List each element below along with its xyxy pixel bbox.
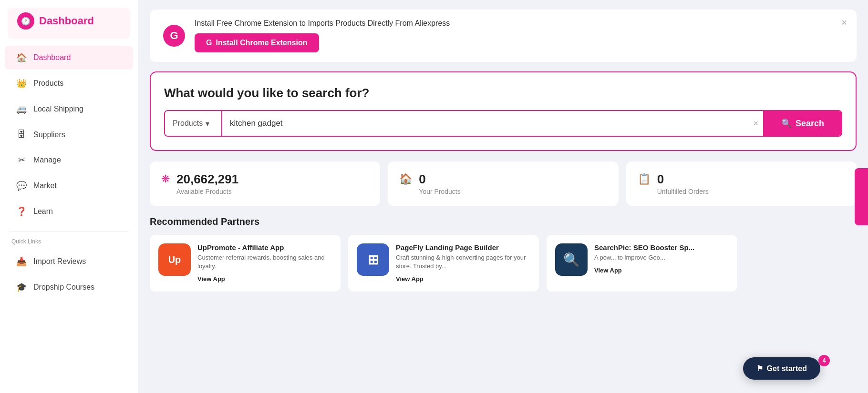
sidebar-item-dashboard[interactable]: 🏠 Dashboard: [5, 46, 133, 70]
learn-icon: ❓: [16, 206, 27, 217]
banner-content: Install Free Chrome Extension to Imports…: [195, 19, 843, 52]
search-button-label: Search: [796, 119, 824, 129]
stat-info: 20,662,291 Available Products: [176, 172, 238, 195]
chrome-extension-banner: G Install Free Chrome Extension to Impor…: [150, 10, 857, 62]
unfulfilled-orders-label: Unfulfilled Orders: [657, 188, 709, 195]
search-button[interactable]: 🔍 Search: [763, 110, 842, 137]
sidebar-divider: [10, 231, 128, 232]
quick-links-label: Quick Links: [0, 238, 138, 249]
stat-info: 0 Unfulfilled Orders: [657, 172, 709, 195]
sidebar-item-label: Learn: [33, 207, 53, 216]
home-stat-icon: 🏠: [399, 173, 412, 185]
sidebar-item-learn[interactable]: ❓ Learn: [5, 200, 133, 223]
partner-view-app-link[interactable]: View App: [594, 267, 622, 274]
sidebar-item-local-shipping[interactable]: 🚐 Local Shipping: [5, 97, 133, 121]
sidebar-item-label: Manage: [33, 156, 61, 164]
sidebar-item-import-reviews[interactable]: 📥 Import Reviews: [5, 250, 133, 273]
stat-info: 0 Your Products: [419, 172, 460, 195]
partner-name: UpPromote - Affiliate App: [197, 243, 332, 252]
get-started-label: Get started: [767, 364, 807, 373]
uppromote-logo: Up: [158, 243, 191, 276]
partner-view-app-link[interactable]: View App: [396, 275, 424, 282]
shipping-icon: 🚐: [16, 104, 27, 114]
partner-info: UpPromote - Affiliate App Customer refer…: [197, 243, 332, 283]
sidebar-item-manage[interactable]: ✂ Manage: [5, 148, 133, 172]
partner-card-uppromote: Up UpPromote - Affiliate App Customer re…: [150, 235, 341, 292]
partner-desc: A pow... to improve Goo...: [594, 253, 694, 262]
manage-icon: ✂: [16, 155, 27, 165]
suppliers-icon: 🗄: [16, 130, 27, 140]
sidebar-item-label: Products: [33, 79, 63, 88]
sidebar-item-label: Suppliers: [33, 131, 65, 139]
your-products-label: Your Products: [419, 188, 460, 195]
get-started-badge: 4: [818, 355, 830, 366]
partners-row: Up UpPromote - Affiliate App Customer re…: [150, 235, 857, 292]
sidebar-item-suppliers[interactable]: 🗄 Suppliers: [5, 123, 133, 146]
sidebar-item-label: Import Reviews: [33, 257, 86, 266]
search-section: What would you like to search for? Produ…: [150, 71, 857, 151]
main-content: G Install Free Chrome Extension to Impor…: [138, 0, 868, 393]
banner-text: Install Free Chrome Extension to Imports…: [195, 19, 843, 28]
partner-view-app-link[interactable]: View App: [197, 275, 225, 282]
uppromote-logo-text: Up: [168, 254, 181, 265]
sidebar-dashboard-label: Dashboard: [39, 15, 94, 27]
sidebar-item-label: Dropship Courses: [33, 283, 94, 292]
layers-icon: ❋: [161, 173, 170, 185]
partner-name: PageFly Landing Page Builder: [396, 243, 530, 252]
import-reviews-icon: 📥: [16, 256, 27, 267]
partner-card-searchpie: 🔍 SearchPie: SEO Booster Sp... A pow... …: [547, 235, 737, 292]
partner-card-pagefly: ⊞ PageFly Landing Page Builder Craft stu…: [348, 235, 539, 292]
sidebar-item-label: Dashboard: [33, 53, 71, 62]
clipboard-icon: 📋: [638, 173, 651, 185]
partner-desc: Customer referral rewards, boosting sale…: [197, 253, 332, 271]
your-products-number: 0: [419, 172, 460, 187]
sidebar-item-dropship-courses[interactable]: 🎓 Dropship Courses: [5, 275, 133, 299]
search-input-wrapper: ×: [221, 110, 764, 137]
home-icon: 🏠: [16, 52, 27, 63]
partner-info: SearchPie: SEO Booster Sp... A pow... to…: [594, 243, 694, 274]
search-title: What would you like to search for?: [164, 86, 842, 101]
banner-close-button[interactable]: ×: [841, 17, 847, 28]
searchpie-logo: 🔍: [555, 243, 588, 276]
partner-name: SearchPie: SEO Booster Sp...: [594, 243, 694, 252]
partner-info: PageFly Landing Page Builder Craft stunn…: [396, 243, 530, 283]
search-row: Products ▾ × 🔍 Search: [164, 110, 842, 137]
search-category-dropdown[interactable]: Products ▾: [165, 111, 222, 136]
dropship-courses-icon: 🎓: [16, 282, 27, 292]
google-g-icon: G: [163, 25, 185, 47]
search-input[interactable]: [222, 111, 763, 136]
flag-icon: ⚑: [756, 364, 763, 373]
install-button-label: Install Chrome Extension: [216, 39, 307, 47]
available-products-number: 20,662,291: [176, 172, 238, 187]
search-icon: 🔍: [781, 118, 792, 129]
sidebar-item-label: Local Shipping: [33, 105, 83, 113]
stat-your-products: 🏠 0 Your Products: [388, 161, 618, 206]
stat-unfulfilled-orders: 📋 0 Unfulfilled Orders: [626, 161, 857, 206]
pagefly-logo: ⊞: [357, 243, 389, 276]
search-category-label: Products: [173, 119, 203, 128]
pink-sidebar-bar: [855, 168, 868, 225]
products-icon: 👑: [16, 78, 27, 89]
market-icon: 💬: [16, 181, 27, 191]
available-products-label: Available Products: [176, 188, 238, 195]
unfulfilled-orders-number: 0: [657, 172, 709, 187]
stat-available-products: ❋ 20,662,291 Available Products: [150, 161, 380, 206]
pagefly-logo-text: ⊞: [368, 252, 379, 268]
partner-desc: Craft stunning & high-converting pages f…: [396, 253, 530, 271]
install-g-icon: G: [206, 39, 212, 47]
sidebar-dashboard-item[interactable]: 🕐 Dashboard: [8, 8, 130, 39]
sidebar-item-market[interactable]: 💬 Market: [5, 174, 133, 198]
partners-section-title: Recommended Partners: [150, 216, 857, 227]
sidebar-item-products[interactable]: 👑 Products: [5, 71, 133, 95]
get-started-button[interactable]: ⚑ Get started: [743, 357, 820, 380]
sidebar: 🕐 Dashboard 🏠 Dashboard 👑 Products 🚐 Loc…: [0, 0, 138, 393]
install-extension-button[interactable]: G Install Chrome Extension: [195, 33, 319, 52]
dashboard-icon: 🕐: [17, 12, 34, 30]
searchpie-logo-text: 🔍: [563, 252, 580, 268]
stats-row: ❋ 20,662,291 Available Products 🏠 0 Your…: [150, 161, 857, 206]
search-clear-button[interactable]: ×: [753, 119, 758, 129]
chevron-down-icon: ▾: [206, 119, 209, 128]
sidebar-item-label: Market: [33, 181, 57, 190]
